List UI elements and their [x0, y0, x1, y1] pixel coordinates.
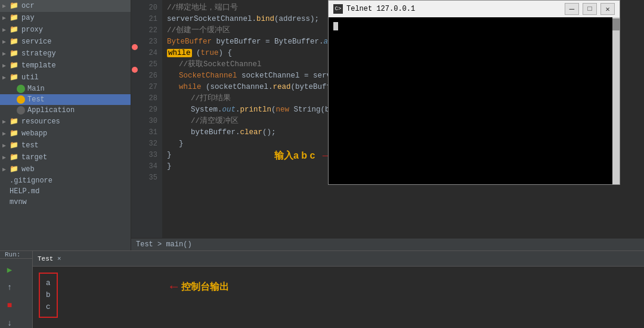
telnet-scroll-thumb[interactable] [612, 18, 620, 30]
sidebar-item-gitignore[interactable]: .gitignore [0, 175, 131, 186]
console-output-box: a b c [39, 273, 58, 318]
sidebar-label-template: template [21, 61, 56, 70]
sidebar-item-service[interactable]: ▶ service [0, 36, 131, 48]
down-icon: ↓ [7, 318, 12, 328]
output-annotation: ← 控制台输出 [170, 280, 229, 295]
sidebar-label-main: Main [27, 85, 45, 93]
run-tab-bar: Test × [33, 251, 644, 267]
sidebar-label-resources: resources [21, 117, 60, 126]
run-label: Run: [5, 251, 20, 258]
sidebar-item-test-folder[interactable]: ▶ test [0, 140, 131, 151]
scroll-down-button[interactable]: ↓ [1, 315, 18, 328]
stop-icon: ■ [7, 301, 12, 310]
input-annotation: 输入a b c → [274, 148, 333, 163]
folder-icon [10, 153, 19, 162]
scroll-up-button[interactable]: ↑ [1, 279, 18, 296]
test-file-icon [17, 95, 25, 104]
up-icon: ↑ [7, 283, 12, 292]
sidebar-label-test: Test [27, 95, 45, 104]
sidebar-item-strategy[interactable]: ▶ strategy [0, 48, 131, 60]
folder-icon [10, 73, 19, 82]
console-line-c: c [46, 301, 51, 313]
editor-gutter [131, 0, 138, 238]
breakpoint-marker[interactable] [132, 44, 138, 50]
telnet-app-icon: C> [333, 4, 343, 14]
sidebar-item-target[interactable]: ▶ target [0, 151, 131, 163]
telnet-close-button[interactable]: ✕ [600, 3, 615, 15]
sidebar-label-test-folder: test [21, 141, 39, 150]
sidebar-item-help[interactable]: HELP.md [0, 186, 131, 197]
telnet-title: Telnet 127.0.0.1 [346, 5, 561, 13]
sidebar-item-application[interactable]: Application [0, 105, 131, 116]
input-annotation-text: 输入a b c [274, 150, 315, 162]
folder-icon [10, 165, 19, 174]
sidebar-label-util: util [21, 73, 39, 82]
run-left-icons: ▶ ↑ ■ ↓ ⏸ = [0, 259, 32, 328]
main-file-icon [17, 85, 25, 93]
sidebar-label-application: Application [27, 106, 75, 115]
app-file-icon [17, 106, 25, 115]
file-tree: ▶ ocr ▶ pay ▶ proxy ▶ service ▶ strategy… [0, 0, 131, 250]
output-annotation-text: 控制台输出 [181, 281, 229, 293]
folder-icon [10, 141, 19, 150]
rerun-button[interactable]: ▶ [1, 261, 18, 278]
console-line-a: a [46, 277, 51, 289]
sidebar-item-main[interactable]: Main [0, 83, 131, 94]
sidebar-label-pay: pay [21, 14, 35, 22]
run-tab-test[interactable]: Test × [38, 255, 61, 262]
sidebar-label-strategy: strategy [21, 49, 56, 58]
sidebar-label-proxy: proxy [21, 26, 43, 34]
telnet-maximize-button[interactable]: □ [583, 3, 597, 15]
console-line-b: b [46, 289, 51, 301]
telnet-minimize-button[interactable]: — [565, 3, 579, 15]
telnet-titlebar: C> Telnet 127.0.0.1 — □ ✕ [329, 1, 620, 17]
sidebar-label-webapp: webapp [21, 129, 47, 138]
sidebar-item-pay[interactable]: ▶ pay [0, 12, 131, 24]
sidebar-label-service: service [21, 38, 51, 46]
tab-label: Test [38, 255, 53, 262]
folder-icon [10, 1, 19, 11]
folder-icon [10, 37, 19, 47]
breadcrumb-text: Test > main() [136, 240, 192, 249]
stop-button[interactable]: ■ [1, 297, 18, 314]
sidebar-item-util[interactable]: ▶ util [0, 72, 131, 83]
sidebar-label-target: target [21, 153, 47, 162]
output-arrow-icon: ← [170, 280, 178, 295]
telnet-cursor [333, 22, 338, 30]
folder-icon [10, 13, 19, 23]
folder-icon [10, 129, 19, 138]
sidebar-item-resources[interactable]: ▶ resources [0, 116, 131, 128]
folder-icon [10, 49, 19, 58]
run-sidebar: Run: ▶ ↑ ■ ↓ ⏸ = [0, 251, 33, 328]
sidebar-item-proxy[interactable]: ▶ proxy [0, 24, 131, 36]
code-editor: 20 21 22 23 24 25 26 27 28 29 30 31 32 3… [131, 0, 644, 250]
sidebar-item-test[interactable]: Test [0, 94, 131, 105]
sidebar-item-mvnw[interactable]: mvnw [0, 197, 131, 208]
breakpoint-marker[interactable] [132, 67, 138, 73]
sidebar-item-ocr[interactable]: ▶ ocr [0, 0, 131, 12]
sidebar-item-template[interactable]: ▶ template [0, 60, 131, 72]
telnet-window: C> Telnet 127.0.0.1 — □ ✕ [328, 0, 620, 185]
breadcrumb: Test > main() [131, 238, 644, 250]
telnet-scrollbar[interactable] [612, 17, 620, 184]
folder-icon [10, 117, 19, 126]
rerun-icon: ▶ [7, 265, 12, 275]
sidebar-item-web[interactable]: ▶ web [0, 163, 131, 175]
sidebar-label-gitignore: .gitignore [10, 177, 52, 185]
folder-icon [10, 61, 19, 70]
sidebar-label-web: web [21, 165, 35, 174]
folder-icon [10, 25, 19, 35]
tab-close-button[interactable]: × [57, 255, 61, 262]
run-label-bar: Run: [0, 251, 32, 259]
telnet-body [329, 17, 620, 184]
sidebar-label-help: HELP.md [10, 187, 39, 196]
line-numbers: 20 21 22 23 24 25 26 27 28 29 30 31 32 3… [138, 0, 162, 238]
run-content: Test × a b c ← 控制台输出 [33, 251, 644, 328]
run-panel: Run: ▶ ↑ ■ ↓ ⏸ = Test [0, 250, 644, 328]
run-output: a b c ← 控制台输出 [33, 267, 644, 328]
sidebar-item-webapp[interactable]: ▶ webapp [0, 128, 131, 140]
sidebar-label-mvnw: mvnw [10, 198, 27, 206]
sidebar-label-ocr: ocr [21, 2, 35, 10]
